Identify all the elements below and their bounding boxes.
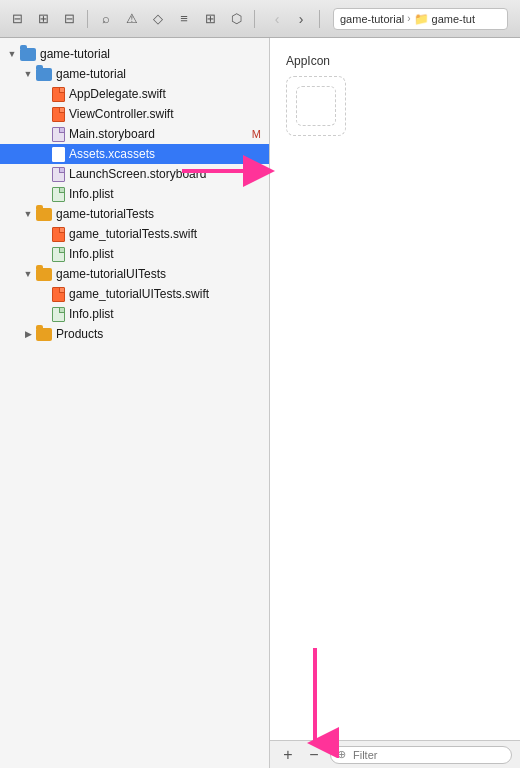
- main-storyboard-icon: [52, 127, 65, 142]
- filter-input[interactable]: [330, 746, 512, 764]
- toolbar-separator-1: [87, 10, 88, 28]
- root-folder-icon: [20, 48, 36, 61]
- nav-back-button[interactable]: ‹: [266, 8, 288, 30]
- products-folder-icon: [36, 328, 52, 341]
- sidebar-item-viewcontroller[interactable]: ViewController.swift: [0, 104, 269, 124]
- appicon-box: [286, 76, 346, 136]
- infoplist-1-label: Info.plist: [69, 187, 261, 201]
- assets-label: Assets.xcassets: [69, 147, 261, 161]
- viewcontroller-label: ViewController.swift: [69, 107, 261, 121]
- toolbar-nav: ‹ ›: [266, 8, 312, 30]
- content-main: AppIcon: [270, 38, 520, 740]
- sidebar-tree: game-tutorial game-tutorial AppDelegate.…: [0, 38, 269, 768]
- toolbar-btn-diamond[interactable]: ◇: [147, 8, 169, 30]
- infoplist-1-icon: [52, 187, 65, 202]
- appdelegate-label: AppDelegate.swift: [69, 87, 261, 101]
- toolbar-btn-search[interactable]: ⌕: [95, 8, 117, 30]
- breadcrumb-part-2: game-tut: [432, 13, 475, 25]
- toolbar: ⊟ ⊞ ⊟ ⌕ ⚠ ◇ ≡ ⊞ ⬡ ‹ › game-tutorial › 📁 …: [0, 0, 520, 38]
- launchscreen-icon: [52, 167, 65, 182]
- filter-wrapper: ⊕: [330, 746, 512, 764]
- game-tutorial-label: game-tutorial: [56, 67, 261, 81]
- content-bottom-bar: + − ⊕: [270, 740, 520, 768]
- appicon-placeholder: [296, 86, 336, 126]
- toolbar-btn-grid[interactable]: ⊞: [199, 8, 221, 30]
- sidebar-item-game-tutorial[interactable]: game-tutorial: [0, 64, 269, 84]
- sidebar-item-products[interactable]: Products: [0, 324, 269, 344]
- sidebar-item-appdelegate[interactable]: AppDelegate.swift: [0, 84, 269, 104]
- sidebar-item-launchscreen[interactable]: LaunchScreen.storyboard: [0, 164, 269, 184]
- disclosure-game-tutorial[interactable]: [20, 66, 36, 82]
- main-storyboard-badge: M: [252, 128, 261, 140]
- sidebar-item-tests[interactable]: game-tutorialTests: [0, 204, 269, 224]
- infoplist-3-icon: [52, 307, 65, 322]
- main-content-wrapper: game-tutorial game-tutorial AppDelegate.…: [0, 38, 520, 768]
- sidebar-item-root[interactable]: game-tutorial: [0, 44, 269, 64]
- disclosure-products[interactable]: [20, 326, 36, 342]
- sidebar-item-uitests-swift[interactable]: game_tutorialUITests.swift: [0, 284, 269, 304]
- sidebar-item-infoplist-2[interactable]: Info.plist: [0, 244, 269, 264]
- uitests-swift-icon: [52, 287, 65, 302]
- assets-icon: [52, 147, 65, 162]
- appicon-label: AppIcon: [286, 54, 504, 68]
- breadcrumb-separator: ›: [407, 13, 410, 24]
- uitests-label: game-tutorialUITests: [56, 267, 261, 281]
- products-label: Products: [56, 327, 261, 341]
- disclosure-tests[interactable]: [20, 206, 36, 222]
- root-label: game-tutorial: [40, 47, 261, 61]
- content-area: AppIcon + − ⊕: [270, 38, 520, 768]
- disclosure-root[interactable]: [4, 46, 20, 62]
- breadcrumb-text: game-tutorial › 📁 game-tut: [340, 12, 475, 26]
- game-tutorial-folder-icon: [36, 68, 52, 81]
- disclosure-uitests[interactable]: [20, 266, 36, 282]
- sidebar-item-tests-swift[interactable]: game_tutorialTests.swift: [0, 224, 269, 244]
- toolbar-btn-1[interactable]: ⊟: [6, 8, 28, 30]
- sidebar-item-uitests[interactable]: game-tutorialUITests: [0, 264, 269, 284]
- toolbar-btn-list[interactable]: ≡: [173, 8, 195, 30]
- infoplist-2-icon: [52, 247, 65, 262]
- toolbar-btn-2[interactable]: ⊞: [32, 8, 54, 30]
- toolbar-btn-hex[interactable]: ⬡: [225, 8, 247, 30]
- sidebar-item-assets[interactable]: Assets.xcassets: [0, 144, 269, 164]
- add-button[interactable]: +: [278, 745, 298, 765]
- breadcrumb-folder-icon: 📁: [414, 12, 429, 26]
- viewcontroller-icon: [52, 107, 65, 122]
- sidebar-item-main-storyboard[interactable]: Main.storyboard M: [0, 124, 269, 144]
- toolbar-separator-3: [319, 10, 320, 28]
- uitests-folder-icon: [36, 268, 52, 281]
- tests-swift-icon: [52, 227, 65, 242]
- main-storyboard-label: Main.storyboard: [69, 127, 248, 141]
- remove-button[interactable]: −: [304, 745, 324, 765]
- tests-folder-icon: [36, 208, 52, 221]
- infoplist-3-label: Info.plist: [69, 307, 261, 321]
- tests-swift-label: game_tutorialTests.swift: [69, 227, 261, 241]
- sidebar: game-tutorial game-tutorial AppDelegate.…: [0, 38, 270, 768]
- appdelegate-icon: [52, 87, 65, 102]
- toolbar-btn-3[interactable]: ⊟: [58, 8, 80, 30]
- breadcrumb[interactable]: game-tutorial › 📁 game-tut: [333, 8, 508, 30]
- sidebar-item-infoplist-1[interactable]: Info.plist: [0, 184, 269, 204]
- infoplist-2-label: Info.plist: [69, 247, 261, 261]
- launchscreen-label: LaunchScreen.storyboard: [69, 167, 261, 181]
- main-area: game-tutorial game-tutorial AppDelegate.…: [0, 38, 520, 768]
- uitests-swift-label: game_tutorialUITests.swift: [69, 287, 261, 301]
- sidebar-item-infoplist-3[interactable]: Info.plist: [0, 304, 269, 324]
- breadcrumb-part-1: game-tutorial: [340, 13, 404, 25]
- toolbar-separator-2: [254, 10, 255, 28]
- tests-label: game-tutorialTests: [56, 207, 261, 221]
- nav-forward-button[interactable]: ›: [290, 8, 312, 30]
- toolbar-btn-warn[interactable]: ⚠: [121, 8, 143, 30]
